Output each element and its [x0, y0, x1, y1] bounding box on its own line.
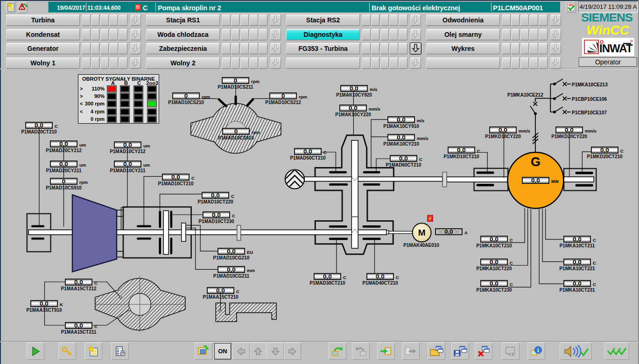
svg-text:M: M	[418, 228, 426, 238]
svg-text:G: G	[531, 155, 541, 169]
